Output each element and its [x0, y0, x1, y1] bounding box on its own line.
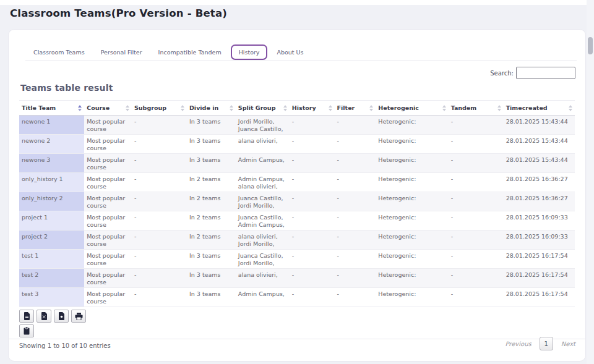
tab-classroom-teams[interactable]: Classroom Teams	[25, 45, 93, 59]
table-cell: -	[335, 173, 376, 192]
table-cell: -	[449, 192, 504, 211]
table-cell: Heterogenic:	[376, 211, 448, 231]
next-button[interactable]: Next	[561, 341, 575, 347]
cell-title-team: newone 3	[19, 154, 84, 173]
table-cell: Juanca Castillo, Jordi Morillo,	[236, 250, 290, 269]
table-cell: -	[290, 211, 335, 231]
table-cell: -	[335, 135, 376, 154]
table-cell: 28.01.2025 16:09:33	[504, 211, 575, 231]
table-cell: -	[449, 135, 504, 154]
column-header-course[interactable]: Course	[84, 101, 132, 116]
table-cell: -	[335, 231, 376, 250]
print-icon	[75, 313, 83, 320]
tab-history[interactable]: History	[231, 44, 268, 60]
table-row: newone 2Most popular course-In 3 teamsal…	[19, 135, 575, 154]
table-row: newone 3Most popular course-In 3 teamsAd…	[19, 154, 575, 173]
sort-arrows-icon	[283, 105, 287, 111]
table-cell: 28.01.2025 15:43:44	[504, 135, 575, 154]
table-row: only_history 1Most popular course-In 2 t…	[19, 173, 575, 192]
sort-arrows-icon	[329, 105, 332, 111]
column-header-timecreated[interactable]: Timecreated	[504, 101, 575, 116]
sort-arrows-icon	[369, 105, 373, 111]
cell-title-team: test 3	[19, 288, 84, 307]
table-cell: Heterogenic:	[376, 250, 448, 269]
print-button[interactable]	[71, 310, 86, 323]
tab-bar: Classroom TeamsPersonal FilterIncompatib…	[25, 43, 577, 61]
column-header-title-team[interactable]: Title Team	[19, 101, 84, 116]
table-cell: -	[132, 173, 187, 192]
table-cell: -	[290, 250, 335, 269]
column-label: Tandem	[451, 104, 477, 111]
scrollbar-track[interactable]	[587, 0, 594, 364]
entries-info: Showing 1 to 10 of 10 entries	[19, 342, 111, 349]
export-button-row	[19, 310, 86, 323]
table-cell: In 3 teams	[187, 154, 236, 173]
table-cell: 28.01.2025 16:36:27	[504, 173, 575, 192]
column-header-history[interactable]: History	[290, 101, 335, 116]
copy-button[interactable]	[19, 324, 34, 337]
table-cell: -	[449, 154, 504, 173]
table-cell: -	[132, 231, 187, 250]
table-row: test 2Most popular course-In 3 teamsalan…	[19, 269, 575, 288]
tab-incompatible-tandem[interactable]: Incompatible Tandem	[150, 45, 230, 59]
table-cell: Most popular course	[84, 135, 132, 154]
previous-button[interactable]: Previous	[505, 341, 531, 347]
cell-title-team: newone 2	[19, 135, 84, 154]
table-cell: 28.01.2025 16:17:54	[504, 250, 575, 269]
table-cell: 28.01.2025 15:43:44	[504, 116, 575, 135]
tab-personal-filter[interactable]: Personal Filter	[93, 45, 150, 59]
page-number-button[interactable]: 1	[540, 337, 553, 350]
table-cell: -	[132, 135, 187, 154]
table-cell: Heterogenic:	[376, 231, 448, 250]
sort-arrows-icon	[497, 105, 501, 111]
table-row: project 2Most popular course-In 2 teamsa…	[19, 231, 575, 250]
teams-table: Title TeamCourseSubgroupDivide inSplit G…	[19, 100, 575, 307]
table-cell: -	[449, 116, 504, 135]
column-header-filter[interactable]: Filter	[335, 101, 376, 116]
table-cell: -	[449, 173, 504, 192]
table-cell: -	[132, 192, 187, 211]
search-row: Search:	[490, 67, 575, 79]
table-cell: -	[335, 154, 376, 173]
cell-title-team: only_history 1	[19, 173, 84, 192]
csv-button[interactable]	[19, 310, 34, 323]
table-cell: In 3 teams	[187, 288, 236, 307]
pdf-button[interactable]	[54, 310, 69, 323]
tab-about-us[interactable]: About Us	[269, 45, 311, 59]
table-cell: -	[132, 288, 187, 307]
column-header-subgroup[interactable]: Subgroup	[132, 101, 187, 116]
sort-arrows-icon	[78, 105, 82, 111]
table-cell: -	[290, 231, 335, 250]
excel-button[interactable]	[37, 310, 51, 323]
footer-divider	[9, 339, 585, 339]
table-cell: -	[290, 192, 335, 211]
table-cell: -	[290, 154, 335, 173]
table-cell: -	[335, 269, 376, 288]
table-cell: -	[132, 269, 187, 288]
column-label: Subgroup	[134, 104, 166, 111]
table-cell: Heterogenic:	[376, 116, 448, 135]
cell-title-team: test 1	[19, 250, 84, 269]
column-header-heterogenic[interactable]: Heterogenic	[376, 101, 448, 116]
table-cell: -	[449, 269, 504, 288]
table-cell: In 3 teams	[187, 135, 236, 154]
scrollbar-thumb[interactable]	[588, 37, 593, 54]
file-excel-icon	[41, 312, 48, 320]
table-cell: -	[449, 288, 504, 307]
table-cell: -	[335, 192, 376, 211]
column-header-split-group[interactable]: Split Group	[236, 101, 290, 116]
table-cell: Admin Campus,	[236, 288, 290, 307]
column-label: Divide in	[189, 104, 218, 111]
table-cell: -	[449, 211, 504, 231]
table-cell: In 2 teams	[187, 173, 236, 192]
table-row: project 1Most popular course-In 2 teamsJ…	[19, 211, 575, 231]
column-header-tandem[interactable]: Tandem	[449, 101, 504, 116]
cell-title-team: newone 1	[19, 116, 84, 135]
table-cell: -	[335, 116, 376, 135]
table-cell: -	[132, 211, 187, 231]
column-header-divide-in[interactable]: Divide in	[187, 101, 236, 116]
cell-title-team: only_history 2	[19, 192, 84, 211]
search-label: Search:	[490, 70, 514, 77]
search-input[interactable]	[516, 67, 575, 79]
table-cell: Heterogenic:	[376, 154, 448, 173]
